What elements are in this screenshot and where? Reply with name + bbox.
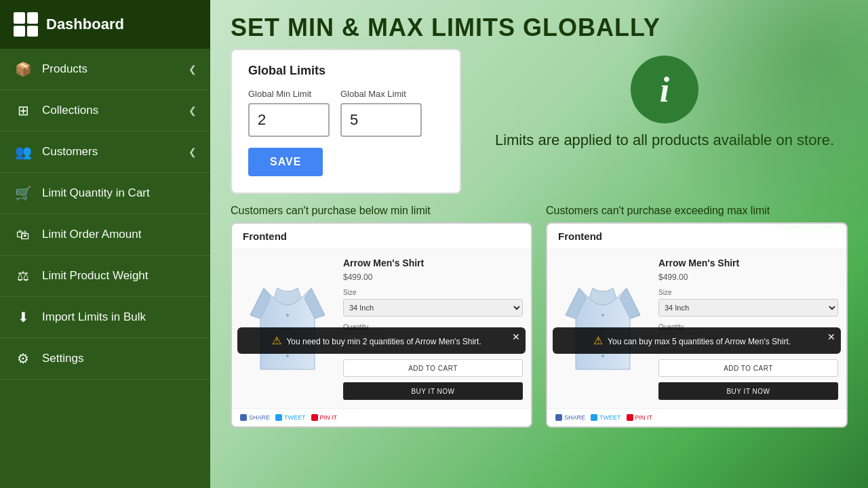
info-icon: i [660,70,669,110]
main-header: SET MIN & MAX LIMITS GLOBALLY [210,0,868,49]
svg-point-7 [601,314,604,317]
max-size-label: Size [658,289,838,296]
global-limits-card: Global Limits Global Min Limit Global Ma… [231,49,461,194]
svg-rect-12 [591,414,597,421]
gear-icon: ⚙ [14,349,33,368]
svg-rect-4 [240,414,247,421]
svg-rect-6 [311,414,318,421]
max-social-bar: SHARE TWEET PIN IT [547,408,846,426]
dashboard-icon [14,12,38,37]
min-preview-card: Frontend [231,222,532,428]
min-preview-caption: Customers can't purchase below min limit [231,205,532,217]
max-notification-text: You can buy max 5 quantities of Arrow Me… [608,337,791,346]
min-preview-header: Frontend [232,224,531,249]
global-limits-title: Global Limits [248,64,443,78]
max-pin-btn[interactable]: PIN IT [627,414,653,421]
svg-rect-11 [555,414,562,421]
bottom-section: Customers can't purchase below min limit… [231,205,848,428]
page-title: SET MIN & MAX LIMITS GLOBALLY [231,14,848,42]
sidebar-item-collections[interactable]: ⊞ Collections ❮ [0,90,210,131]
max-product-price: $499.00 [658,272,838,282]
max-limit-group: Global Max Limit [340,89,422,137]
max-share-btn[interactable]: SHARE [555,414,585,421]
sidebar-title: Dashboard [46,16,124,33]
shirt-image-max [555,258,650,386]
max-limit-input[interactable] [340,103,422,137]
info-section: i Limits are applied to all products ava… [481,49,848,151]
max-buy-now-button[interactable]: BUY IT NOW [658,382,838,400]
min-size-select[interactable]: 34 Inch [343,299,523,317]
min-limit-group: Global Min Limit [248,89,330,137]
shirt-svg-min [243,261,332,383]
max-preview-card: Frontend [546,222,848,428]
save-button[interactable]: SAVE [248,148,323,176]
sidebar-item-products[interactable]: 📦 Products ❮ [0,49,210,90]
max-add-cart-button[interactable]: ADD TO CART [658,359,838,377]
shirt-svg-max [559,261,647,383]
min-preview-column: Customers can't purchase below min limit… [231,205,532,428]
grid-icon: ⊞ [14,101,33,120]
max-close-button[interactable]: ✕ [827,331,835,342]
info-circle: i [631,56,698,123]
min-share-btn[interactable]: SHARE [240,414,270,421]
min-tweet-btn[interactable]: TWEET [275,414,306,421]
sidebar-label-limit-order: Limit Order Amount [42,228,197,241]
import-icon: ⬇ [14,308,33,327]
min-size-label: Size [343,289,523,296]
max-preview-body: Arrow Men's Shirt $499.00 Size 34 Inch Q… [547,249,846,408]
sidebar-item-settings[interactable]: ⚙ Settings [0,338,210,380]
svg-point-0 [286,314,289,317]
sidebar-label-import-limits: Import Limits in Bulk [42,310,197,324]
sidebar-header[interactable]: Dashboard [0,0,210,49]
min-notification-text: You need to buy min 2 quantities of Arro… [286,337,481,346]
sidebar-label-limit-quantity: Limit Quantity in Cart [42,186,197,200]
min-product-price: $499.00 [343,272,523,282]
min-limit-label: Global Min Limit [248,89,330,99]
limits-inputs: Global Min Limit Global Max Limit [248,89,443,137]
svg-point-10 [601,354,604,357]
sidebar-item-limit-weight[interactable]: ⚖ Limit Product Weight [0,256,210,297]
min-social-bar: SHARE TWEET PIN IT [232,408,531,426]
top-section: Global Limits Global Min Limit Global Ma… [231,49,848,194]
sidebar-item-limit-order[interactable]: 🛍 Limit Order Amount [0,214,210,256]
min-notification-tooltip: ⚠ You need to buy min 2 quantities of Ar… [237,327,526,354]
sidebar-label-collections: Collections [42,104,179,117]
max-size-select[interactable]: 34 Inch [658,299,838,317]
sidebar-label-limit-weight: Limit Product Weight [42,269,197,283]
max-limit-label: Global Max Limit [340,89,422,99]
svg-point-3 [286,354,289,357]
info-text: Limits are applied to all products avail… [495,130,834,151]
order-icon: 🛍 [14,225,33,244]
cart-icon: 🛒 [14,184,33,203]
box-icon: 📦 [14,60,33,79]
sidebar-label-settings: Settings [42,352,197,365]
min-close-button[interactable]: ✕ [512,331,520,342]
sidebar-label-customers: Customers [42,145,179,159]
max-preview-column: Customers can't purchase exceeding max l… [546,205,848,428]
min-buy-now-button[interactable]: BUY IT NOW [343,382,523,400]
sidebar-item-limit-quantity[interactable]: 🛒 Limit Quantity in Cart [0,173,210,214]
max-tweet-btn[interactable]: TWEET [591,414,621,421]
min-limit-input[interactable] [248,103,330,137]
weight-icon: ⚖ [14,266,33,285]
max-product-name: Arrow Men's Shirt [658,258,838,268]
max-preview-caption: Customers can't purchase exceeding max l… [546,205,848,217]
warning-icon-max: ⚠ [593,335,603,346]
min-add-cart-button[interactable]: ADD TO CART [343,359,523,377]
shirt-image-min [240,258,335,386]
chevron-icon: ❮ [189,64,197,75]
sidebar-item-customers[interactable]: 👥 Customers ❮ [0,131,210,173]
sidebar-label-products: Products [42,62,179,76]
svg-rect-13 [627,414,633,421]
main-content: SET MIN & MAX LIMITS GLOBALLY Global Lim… [210,0,868,488]
min-pin-btn[interactable]: PIN IT [311,414,338,421]
svg-rect-5 [275,414,282,421]
chevron-icon: ❮ [189,146,197,157]
sidebar: Dashboard 📦 Products ❮ ⊞ Collections ❮ 👥… [0,0,210,488]
min-product-name: Arrow Men's Shirt [343,258,523,268]
min-preview-body: Arrow Men's Shirt $499.00 Size 34 Inch Q… [232,249,531,408]
warning-icon-min: ⚠ [272,335,281,346]
max-preview-header: Frontend [547,224,846,249]
sidebar-item-import-limits[interactable]: ⬇ Import Limits in Bulk [0,297,210,338]
max-notification-tooltip: ⚠ You can buy max 5 quantities of Arrow … [553,327,841,354]
